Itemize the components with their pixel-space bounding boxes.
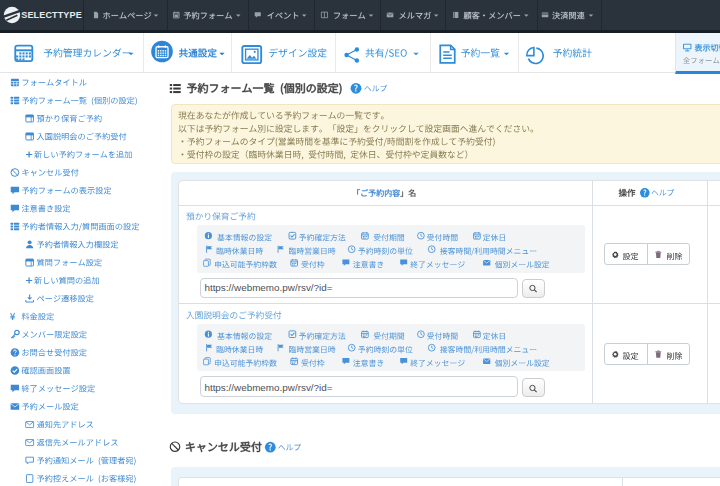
svg-text:SELECTTYPE: SELECTTYPE bbox=[21, 10, 82, 20]
svg-text:https://webmemo.pw/rsv/?id=: https://webmemo.pw/rsv/?id= bbox=[204, 282, 332, 293]
svg-text:https://webmemo.pw/rsv/?id=: https://webmemo.pw/rsv/?id= bbox=[204, 382, 332, 393]
